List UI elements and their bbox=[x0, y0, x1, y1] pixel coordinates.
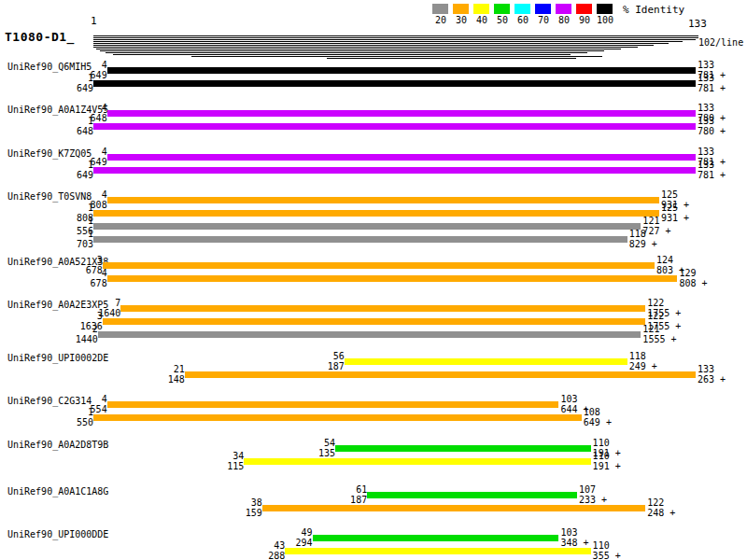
subject-start-label: 288 bbox=[268, 552, 285, 560]
alignment-bar[interactable] bbox=[103, 318, 645, 325]
sequence-label[interactable]: UniRef90_A0A1C1A8G bbox=[7, 486, 108, 497]
alignment-bar[interactable] bbox=[103, 262, 655, 269]
alignment-bar[interactable] bbox=[93, 80, 696, 87]
query-end-label: 133 bbox=[698, 365, 714, 374]
subject-start-label: 678 bbox=[86, 266, 103, 275]
axis-end-label: 133 bbox=[688, 19, 707, 29]
query-start-label: 61 bbox=[356, 485, 367, 495]
subject-end-label: 263 + bbox=[698, 375, 726, 385]
legend-bin-label: 60 bbox=[512, 16, 534, 25]
sequence-label[interactable]: UniRef90_C2G314 bbox=[7, 396, 92, 406]
coverage-line bbox=[93, 35, 698, 36]
subject-end-label: 355 + bbox=[593, 552, 621, 560]
alignment-bar[interactable] bbox=[367, 492, 577, 498]
legend-bin-label: 20 bbox=[430, 16, 452, 25]
query-start-label: 2 bbox=[92, 325, 98, 334]
subject-start-label: 187 bbox=[328, 362, 345, 371]
legend-swatch-40 bbox=[473, 4, 489, 14]
query-start-label: 1 bbox=[88, 408, 93, 417]
legend-bin-label: 90 bbox=[573, 16, 596, 25]
alignment-bar[interactable] bbox=[345, 358, 627, 365]
alignment-bar[interactable] bbox=[285, 548, 590, 554]
subject-start-label: 115 bbox=[227, 462, 244, 471]
sequence-label[interactable]: UniRef90_K7ZQ05 bbox=[7, 148, 92, 159]
query-end-label: 133 bbox=[698, 147, 714, 157]
query-end-label: 110 bbox=[593, 541, 610, 551]
query-end-label: 110 bbox=[593, 439, 610, 448]
alignment-bar[interactable] bbox=[107, 275, 678, 282]
sequence-label[interactable]: UniRef90_UPI0002DE bbox=[7, 353, 108, 363]
alignment-bar[interactable] bbox=[120, 305, 645, 312]
subject-end-label: 1555 + bbox=[642, 335, 676, 344]
coverage-line bbox=[113, 54, 571, 55]
query-end-label: 122 bbox=[647, 299, 664, 308]
alignment-bar[interactable] bbox=[185, 371, 696, 378]
query-end-label: 103 bbox=[560, 528, 577, 538]
query-start-label: 4 bbox=[102, 269, 107, 278]
sequence-label[interactable]: UniRef90_A0A2E3XP5 bbox=[7, 300, 108, 310]
subject-start-label: 294 bbox=[295, 539, 312, 548]
query-start-label: 1 bbox=[88, 74, 93, 83]
legend-title: % Identity bbox=[623, 5, 684, 15]
legend-bin-label: 30 bbox=[450, 16, 472, 25]
legend-swatch-20 bbox=[432, 4, 448, 14]
subject-end-label: 829 + bbox=[629, 240, 657, 249]
coverage-line bbox=[100, 50, 604, 51]
legend-swatch-60 bbox=[514, 4, 530, 14]
query-start-label: 54 bbox=[324, 439, 335, 448]
coverage-line bbox=[106, 52, 587, 53]
coverage-line bbox=[327, 58, 576, 59]
query-start-label: 1 bbox=[88, 161, 93, 170]
subject-start-label: 678 bbox=[91, 279, 107, 288]
coverage-line bbox=[93, 43, 669, 44]
alignment-bar[interactable] bbox=[93, 123, 696, 130]
alignment-bar[interactable] bbox=[107, 197, 659, 203]
query-end-label: 133 bbox=[698, 161, 714, 170]
sequence-label[interactable]: UniRef90_UPI000DDE bbox=[7, 529, 108, 539]
query-start-label: 4 bbox=[102, 147, 107, 157]
alignment-bar[interactable] bbox=[93, 414, 582, 421]
alignment-bar[interactable] bbox=[244, 458, 590, 465]
alignment-bar[interactable] bbox=[93, 223, 641, 230]
query-start-label: 43 bbox=[274, 541, 285, 551]
coverage-line bbox=[96, 49, 621, 49]
subject-end-label: 808 + bbox=[679, 279, 707, 288]
query-start-label: 56 bbox=[333, 352, 345, 361]
query-end-label: 110 bbox=[593, 452, 610, 461]
query-start-label: 3 bbox=[97, 312, 103, 321]
alignment-bar[interactable] bbox=[107, 67, 696, 74]
sequence-label[interactable]: UniRef90_Q6MIH5 bbox=[7, 62, 92, 72]
alignment-bar[interactable] bbox=[93, 167, 696, 174]
query-start-label: 1 bbox=[88, 230, 93, 239]
sequence-label[interactable]: UniRef90_T0SVN8 bbox=[7, 191, 92, 202]
alignment-bar[interactable] bbox=[93, 236, 627, 243]
legend-bin-label: 70 bbox=[532, 16, 555, 25]
subject-start-label: 1636 bbox=[80, 322, 103, 331]
query-end-label: 125 bbox=[661, 203, 678, 213]
per-line-label: 102/line bbox=[698, 38, 743, 48]
alignment-bar[interactable] bbox=[262, 505, 645, 511]
query-end-label: 124 bbox=[656, 256, 673, 265]
sequence-label[interactable]: UniRef90_A0A2D8T9B bbox=[7, 440, 108, 450]
subject-start-label: 159 bbox=[246, 509, 262, 518]
query-start-label: 7 bbox=[115, 299, 120, 308]
query-name: T1080-D1_ bbox=[5, 31, 75, 43]
subject-start-label: 649 bbox=[77, 84, 93, 93]
subject-end-label: 727 + bbox=[642, 227, 670, 236]
subject-end-label: 348 + bbox=[560, 539, 588, 548]
alignment-bar[interactable] bbox=[313, 535, 559, 541]
legend-swatch-90 bbox=[576, 4, 592, 14]
alignment-bar[interactable] bbox=[93, 210, 659, 217]
query-end-label: 121 bbox=[642, 217, 659, 226]
query-end-label: 129 bbox=[679, 269, 696, 278]
query-end-label: 133 bbox=[698, 74, 714, 83]
subject-end-label: 781 + bbox=[698, 171, 726, 180]
alignment-bar[interactable] bbox=[98, 331, 641, 338]
alignment-bar[interactable] bbox=[107, 154, 696, 161]
alignment-bar[interactable] bbox=[107, 110, 696, 117]
query-start-label: 34 bbox=[233, 452, 244, 461]
alignment-bar[interactable] bbox=[107, 401, 559, 408]
alignment-bar[interactable] bbox=[335, 445, 591, 452]
subject-end-label: 233 + bbox=[579, 496, 607, 505]
legend-bin-label: 50 bbox=[491, 16, 514, 25]
